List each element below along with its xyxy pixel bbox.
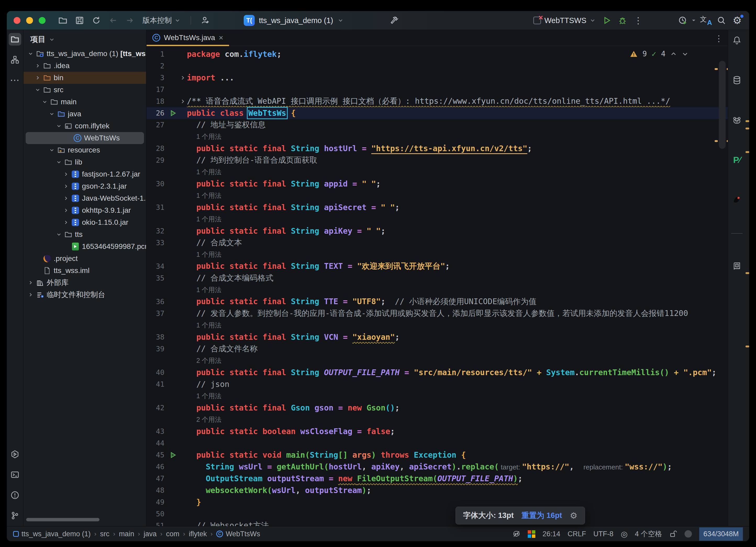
chevron-down-icon[interactable] [33,87,42,93]
chevron-right-icon[interactable] [62,183,70,189]
code-line-36[interactable]: 36public static final String TTE = "UTF8… [147,296,728,308]
problems-icon[interactable] [9,489,21,501]
tree-row-java[interactable]: java [24,108,146,120]
save-icon[interactable] [73,14,86,27]
breadcrumb-item-com[interactable]: com [166,530,179,538]
code-line-45[interactable]: 45public static void main(String[] args)… [147,449,728,461]
code-line-43[interactable]: 43public static boolean wsCloseFlag = fa… [147,426,728,437]
error-stripe-mark[interactable] [746,346,749,347]
code-line-33[interactable]: 33// 合成文本 [147,237,728,248]
usage-count-hint[interactable]: 1 个用法 [187,191,221,200]
code-line-44[interactable]: 44 [147,437,728,449]
chevron-down-icon[interactable] [47,147,56,153]
sync-icon[interactable] [90,14,103,27]
usage-hint-row[interactable]: 1 个用法 [147,213,728,225]
bird-plugin-icon[interactable] [731,193,743,206]
code-line-26[interactable]: 26public class WebTtsWs { [147,107,728,119]
code-line-17[interactable]: 17 [147,84,728,95]
chevron-right-icon[interactable] [62,219,70,225]
usage-count-hint[interactable]: 1 个用法 [187,250,221,259]
code-line-46[interactable]: 46String wsUrl = getAuthUrl(hostUrl, api… [147,461,728,473]
tree-row-gson-2.3.1.jar[interactable]: gson-2.3.1.jar [24,180,146,192]
run-config-selector[interactable]: WebTTSWS [531,16,598,25]
chevron-down-icon[interactable] [54,123,63,129]
tree-row-1653464599987.pcm[interactable]: 1653464599987.pcm [24,240,146,252]
tab-options-icon[interactable]: ⋮ [715,34,723,43]
ai-assistant-icon[interactable] [731,114,743,126]
usage-count-hint[interactable]: 2 个用法 [187,356,221,365]
usage-hint-row[interactable]: 1 个用法 [147,166,728,178]
code-line-18[interactable]: 18/** 语音合成流式 WebAPI 接口调用示例 接口文档（必看）: htt… [147,95,728,107]
usage-count-hint[interactable]: 1 个用法 [187,286,221,294]
database-icon[interactable] [731,74,743,86]
usage-hint-row[interactable]: 1 个用法 [147,319,728,331]
code-line-39[interactable]: 39// 合成文件名称 [147,343,728,355]
code-line-47[interactable]: 47OutputStream outputStream = new FileOu… [147,473,728,484]
code-line-30[interactable]: 30public static final String appid = " "… [147,178,728,190]
translate-icon[interactable]: 文A [699,14,713,27]
terminal-icon[interactable] [9,468,21,481]
project-tool-icon[interactable] [9,33,21,46]
tree-row--[interactable]: 外部库 [24,277,146,289]
debug-icon[interactable] [616,14,629,27]
project-widget[interactable]: T( tts_ws_java_demo (1) [244,11,401,30]
git-icon[interactable] [9,509,21,522]
chevron-down-icon[interactable] [54,231,63,237]
tree-row-WebTtsWs[interactable]: CWebTtsWs [26,132,144,144]
chevron-right-icon[interactable] [62,171,70,177]
usage-count-hint[interactable]: 1 个用法 [187,321,221,330]
tree-row-fastjson-1.2.67.jar[interactable]: fastjson-1.2.67.jar [24,168,146,180]
chevron-right-icon[interactable] [26,292,35,298]
tree-row-.idea[interactable]: .idea [24,60,146,72]
status-indicator[interactable] [685,530,692,538]
fold-icon[interactable] [179,98,187,104]
usage-count-hint[interactable]: 1 个用法 [187,215,221,223]
tree-row-okio-1.15.0.jar[interactable]: okio-1.15.0.jar [24,216,146,228]
breadcrumb-item-main[interactable]: main [119,530,134,538]
code-line-48[interactable]: 48websocketWork(wsUrl, outputStream); [147,484,728,496]
tree-row-tts_wss.iml[interactable]: tts_wss.iml [24,264,146,277]
profiler-icon[interactable] [676,14,690,27]
fold-icon[interactable] [179,75,187,81]
tree-row-com.iflytek[interactable]: com.iflytek [24,120,146,132]
chevron-right-icon[interactable] [62,195,70,201]
tree-row--[interactable]: 临时文件和控制台 [24,289,146,301]
code-line-28[interactable]: 28public static final String hostUrl = "… [147,142,728,154]
tree-row-resources[interactable]: resources [24,144,146,156]
chevron-down-icon[interactable] [49,36,55,43]
code-line-38[interactable]: 38public static final String VCN = "xiao… [147,331,728,343]
chevron-down-icon[interactable] [47,111,56,117]
next-problem-icon[interactable] [682,51,688,57]
more-tools-icon[interactable]: ⋯ [9,74,21,86]
vertical-scrollbar[interactable] [719,61,726,149]
tree-row-tts[interactable]: tts [24,228,146,240]
code-line-35[interactable]: 35// 合成文本编码格式 [147,272,728,284]
usage-hint-row[interactable]: 2 个用法 [147,414,728,426]
close-window-button[interactable] [14,17,20,24]
search-icon[interactable] [715,14,728,27]
usage-hint-row[interactable]: 1 个用法 [147,248,728,260]
breadcrumb-item-iflytek[interactable]: iflytek [189,530,207,538]
usage-count-hint[interactable]: 2 个用法 [187,415,221,424]
zoom-window-button[interactable] [39,17,46,24]
usage-count-hint[interactable]: 1 个用法 [187,392,221,400]
usage-count-hint[interactable]: 1 个用法 [187,132,221,141]
code-line-2[interactable]: 2 [147,60,728,72]
structure-icon[interactable] [9,53,21,66]
code-line-40[interactable]: 40public static final String OUTPUT_FILE… [147,367,728,378]
usage-hint-row[interactable]: 1 个用法 [147,390,728,402]
tree-row-src[interactable]: src [24,84,146,96]
vcs-widget[interactable]: 版本控制 [140,15,183,25]
chevron-right-icon[interactable] [62,207,70,213]
chevron-right-icon[interactable] [33,75,42,81]
usage-count-hint[interactable]: 1 个用法 [187,168,221,176]
code-line-34[interactable]: 34public static final String TEXT = "欢迎来… [147,260,728,272]
code-line-49[interactable]: 49} [147,496,728,508]
indent-setting[interactable]: 4 个空格 [635,529,662,539]
tree-row-bin[interactable]: bin [24,72,146,84]
dictionary-icon[interactable]: A [731,260,743,272]
green-plugin-icon[interactable]: P∕ [731,153,743,166]
code-line-27[interactable]: 27// 地址与鉴权信息 [147,119,728,131]
copilot-off-icon[interactable] [513,530,520,538]
prev-problem-icon[interactable] [670,51,677,57]
